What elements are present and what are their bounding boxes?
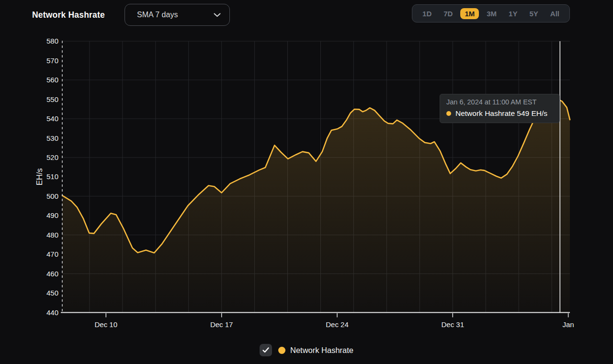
y-tick-label: 560 [46, 76, 58, 84]
y-tick-label: 450 [46, 289, 58, 297]
y-tick-label: 580 [46, 37, 58, 45]
y-axis-labels: 4404504604704804905005105205305405505605… [46, 37, 58, 317]
legend-series-dot-icon [278, 347, 285, 354]
checkmark-icon [262, 347, 270, 353]
legend: Network Hashrate [0, 344, 613, 356]
hashrate-chart[interactable]: Dec 10Dec 17Dec 24Dec 31Jan4404504604704… [0, 0, 613, 340]
y-tick-label: 520 [46, 153, 58, 161]
y-tick-label: 470 [46, 250, 58, 258]
y-tick-label: 480 [46, 231, 58, 239]
hashrate-area [62, 100, 570, 312]
y-tick-label: 490 [46, 211, 58, 219]
legend-label: Network Hashrate [290, 346, 353, 355]
series-dot-icon [446, 111, 451, 116]
x-tick-label: Dec 10 [95, 320, 118, 329]
y-tick-label: 550 [46, 95, 58, 103]
legend-checkbox[interactable] [260, 344, 272, 356]
x-tick-label: Jan [563, 320, 574, 329]
y-tick-label: 510 [46, 172, 58, 181]
tooltip-timestamp: Jan 6, 2024 at 11:00 AM EST [446, 98, 553, 106]
hashrate-dashboard: Network Hashrate SMA 7 days 1D 7D 1M 3M … [0, 0, 613, 364]
y-tick-label: 540 [46, 114, 58, 123]
tooltip-value: Network Hashrate 549 EH/s [455, 109, 547, 118]
y-tick-label: 460 [46, 270, 58, 278]
x-tick-label: Dec 17 [210, 320, 233, 329]
y-tick-label: 570 [46, 57, 58, 65]
y-tick-label: 440 [46, 308, 58, 317]
y-tick-label: 530 [46, 134, 58, 142]
y-axis-title: EH/s [35, 168, 44, 185]
y-tick-label: 500 [46, 192, 58, 200]
x-tick-label: Dec 24 [326, 320, 349, 329]
x-tick-label: Dec 31 [442, 320, 465, 329]
x-axis-ticks: Dec 10Dec 17Dec 24Dec 31Jan [95, 313, 574, 329]
chart-tooltip: Jan 6, 2024 at 11:00 AM EST Network Hash… [440, 94, 560, 123]
